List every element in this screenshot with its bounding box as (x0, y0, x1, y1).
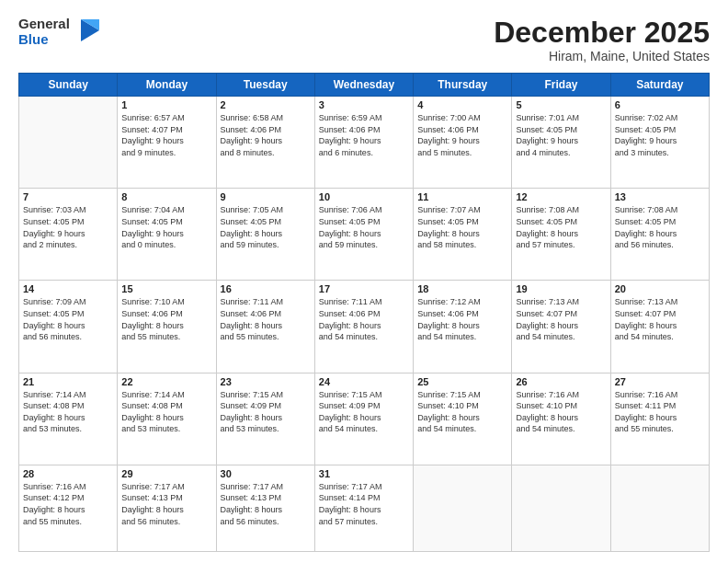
day-info: Sunrise: 7:09 AM Sunset: 4:05 PM Dayligh… (23, 296, 113, 342)
day-number: 6 (615, 99, 705, 110)
day-number: 8 (121, 191, 211, 202)
week-row-2: 7Sunrise: 7:03 AM Sunset: 4:05 PM Daylig… (19, 189, 710, 281)
day-info: Sunrise: 7:14 AM Sunset: 4:08 PM Dayligh… (23, 389, 113, 435)
calendar-cell: 27Sunrise: 7:16 AM Sunset: 4:11 PM Dayli… (610, 373, 709, 465)
day-number: 30 (221, 468, 311, 479)
day-info: Sunrise: 7:17 AM Sunset: 4:13 PM Dayligh… (121, 481, 211, 527)
day-number: 12 (516, 191, 606, 202)
day-number: 5 (516, 99, 606, 110)
calendar-cell: 28Sunrise: 7:16 AM Sunset: 4:12 PM Dayli… (19, 465, 118, 551)
day-info: Sunrise: 7:05 AM Sunset: 4:05 PM Dayligh… (221, 204, 311, 250)
logo: General Blue (18, 17, 103, 47)
week-row-3: 14Sunrise: 7:09 AM Sunset: 4:05 PM Dayli… (19, 281, 710, 373)
calendar-cell: 8Sunrise: 7:04 AM Sunset: 4:05 PM Daylig… (118, 189, 216, 281)
day-info: Sunrise: 6:59 AM Sunset: 4:06 PM Dayligh… (319, 112, 409, 158)
title-block: December 2025 Hiram, Maine, United State… (494, 17, 710, 63)
day-info: Sunrise: 7:10 AM Sunset: 4:06 PM Dayligh… (121, 296, 211, 342)
day-number: 18 (417, 283, 507, 294)
day-info: Sunrise: 6:58 AM Sunset: 4:06 PM Dayligh… (221, 112, 311, 158)
day-number: 25 (417, 376, 507, 387)
calendar-cell: 25Sunrise: 7:15 AM Sunset: 4:10 PM Dayli… (414, 373, 512, 465)
day-info: Sunrise: 7:02 AM Sunset: 4:05 PM Dayligh… (615, 112, 705, 158)
calendar-cell: 10Sunrise: 7:06 AM Sunset: 4:05 PM Dayli… (314, 189, 413, 281)
day-number: 3 (319, 99, 409, 110)
calendar-cell: 30Sunrise: 7:17 AM Sunset: 4:13 PM Dayli… (216, 465, 314, 551)
day-info: Sunrise: 7:11 AM Sunset: 4:06 PM Dayligh… (319, 296, 409, 342)
day-info: Sunrise: 7:16 AM Sunset: 4:12 PM Dayligh… (23, 481, 113, 527)
day-number: 24 (319, 376, 409, 387)
weekday-header-wednesday: Wednesday (314, 74, 413, 97)
calendar-cell: 19Sunrise: 7:13 AM Sunset: 4:07 PM Dayli… (512, 281, 610, 373)
day-number: 7 (23, 191, 113, 202)
calendar-cell: 16Sunrise: 7:11 AM Sunset: 4:06 PM Dayli… (216, 281, 314, 373)
calendar-cell: 6Sunrise: 7:02 AM Sunset: 4:05 PM Daylig… (610, 97, 709, 189)
day-info: Sunrise: 7:12 AM Sunset: 4:06 PM Dayligh… (417, 296, 507, 342)
calendar-cell: 9Sunrise: 7:05 AM Sunset: 4:05 PM Daylig… (216, 189, 314, 281)
calendar-cell: 29Sunrise: 7:17 AM Sunset: 4:13 PM Dayli… (118, 465, 216, 551)
weekday-header-saturday: Saturday (610, 74, 709, 97)
day-number: 23 (221, 376, 311, 387)
header: General Blue December 2025 Hiram, Maine,… (18, 17, 710, 63)
week-row-5: 28Sunrise: 7:16 AM Sunset: 4:12 PM Dayli… (19, 465, 710, 551)
logo-general: General (18, 17, 70, 32)
day-number: 13 (615, 191, 705, 202)
day-number: 22 (121, 376, 211, 387)
day-info: Sunrise: 7:08 AM Sunset: 4:05 PM Dayligh… (615, 204, 705, 250)
day-number: 14 (23, 283, 113, 294)
weekday-header-tuesday: Tuesday (216, 74, 314, 97)
calendar-cell: 5Sunrise: 7:01 AM Sunset: 4:05 PM Daylig… (512, 97, 610, 189)
day-number: 2 (221, 99, 311, 110)
day-number: 16 (221, 283, 311, 294)
calendar-cell: 22Sunrise: 7:14 AM Sunset: 4:08 PM Dayli… (118, 373, 216, 465)
calendar-cell: 13Sunrise: 7:08 AM Sunset: 4:05 PM Dayli… (610, 189, 709, 281)
day-number: 10 (319, 191, 409, 202)
day-info: Sunrise: 7:14 AM Sunset: 4:08 PM Dayligh… (121, 389, 211, 435)
day-number: 19 (516, 283, 606, 294)
day-info: Sunrise: 7:17 AM Sunset: 4:14 PM Dayligh… (319, 481, 409, 527)
day-info: Sunrise: 7:16 AM Sunset: 4:11 PM Dayligh… (615, 389, 705, 435)
day-info: Sunrise: 7:13 AM Sunset: 4:07 PM Dayligh… (516, 296, 606, 342)
calendar-cell: 1Sunrise: 6:57 AM Sunset: 4:07 PM Daylig… (118, 97, 216, 189)
calendar-cell: 24Sunrise: 7:15 AM Sunset: 4:09 PM Dayli… (314, 373, 413, 465)
day-info: Sunrise: 7:07 AM Sunset: 4:05 PM Dayligh… (417, 204, 507, 250)
calendar-cell (610, 465, 709, 551)
day-number: 15 (121, 283, 211, 294)
day-info: Sunrise: 7:11 AM Sunset: 4:06 PM Dayligh… (221, 296, 311, 342)
calendar-cell: 17Sunrise: 7:11 AM Sunset: 4:06 PM Dayli… (314, 281, 413, 373)
calendar-cell (512, 465, 610, 551)
calendar-cell: 7Sunrise: 7:03 AM Sunset: 4:05 PM Daylig… (19, 189, 118, 281)
calendar-cell: 12Sunrise: 7:08 AM Sunset: 4:05 PM Dayli… (512, 189, 610, 281)
day-number: 31 (319, 468, 409, 479)
calendar-cell: 23Sunrise: 7:15 AM Sunset: 4:09 PM Dayli… (216, 373, 314, 465)
day-info: Sunrise: 7:06 AM Sunset: 4:05 PM Dayligh… (319, 204, 409, 250)
calendar-cell: 14Sunrise: 7:09 AM Sunset: 4:05 PM Dayli… (19, 281, 118, 373)
day-number: 21 (23, 376, 113, 387)
day-info: Sunrise: 6:57 AM Sunset: 4:07 PM Dayligh… (121, 112, 211, 158)
calendar-cell (19, 97, 118, 189)
logo-blue: Blue (18, 32, 70, 48)
day-info: Sunrise: 7:16 AM Sunset: 4:10 PM Dayligh… (516, 389, 606, 435)
day-number: 11 (417, 191, 507, 202)
calendar-table: SundayMondayTuesdayWednesdayThursdayFrid… (18, 73, 710, 552)
calendar-cell: 20Sunrise: 7:13 AM Sunset: 4:07 PM Dayli… (610, 281, 709, 373)
day-info: Sunrise: 7:15 AM Sunset: 4:09 PM Dayligh… (221, 389, 311, 435)
calendar-cell (414, 465, 512, 551)
day-info: Sunrise: 7:15 AM Sunset: 4:10 PM Dayligh… (417, 389, 507, 435)
day-info: Sunrise: 7:04 AM Sunset: 4:05 PM Dayligh… (121, 204, 211, 250)
day-info: Sunrise: 7:08 AM Sunset: 4:05 PM Dayligh… (516, 204, 606, 250)
day-number: 4 (417, 99, 507, 110)
day-number: 28 (23, 468, 113, 479)
day-number: 20 (615, 283, 705, 294)
calendar-cell: 21Sunrise: 7:14 AM Sunset: 4:08 PM Dayli… (19, 373, 118, 465)
day-number: 1 (121, 99, 211, 110)
day-number: 26 (516, 376, 606, 387)
day-info: Sunrise: 7:17 AM Sunset: 4:13 PM Dayligh… (221, 481, 311, 527)
day-info: Sunrise: 7:13 AM Sunset: 4:07 PM Dayligh… (615, 296, 705, 342)
day-number: 27 (615, 376, 705, 387)
day-info: Sunrise: 7:00 AM Sunset: 4:06 PM Dayligh… (417, 112, 507, 158)
weekday-header-sunday: Sunday (19, 74, 118, 97)
calendar-cell: 11Sunrise: 7:07 AM Sunset: 4:05 PM Dayli… (414, 189, 512, 281)
weekday-header-thursday: Thursday (414, 74, 512, 97)
calendar-cell: 15Sunrise: 7:10 AM Sunset: 4:06 PM Dayli… (118, 281, 216, 373)
week-row-4: 21Sunrise: 7:14 AM Sunset: 4:08 PM Dayli… (19, 373, 710, 465)
